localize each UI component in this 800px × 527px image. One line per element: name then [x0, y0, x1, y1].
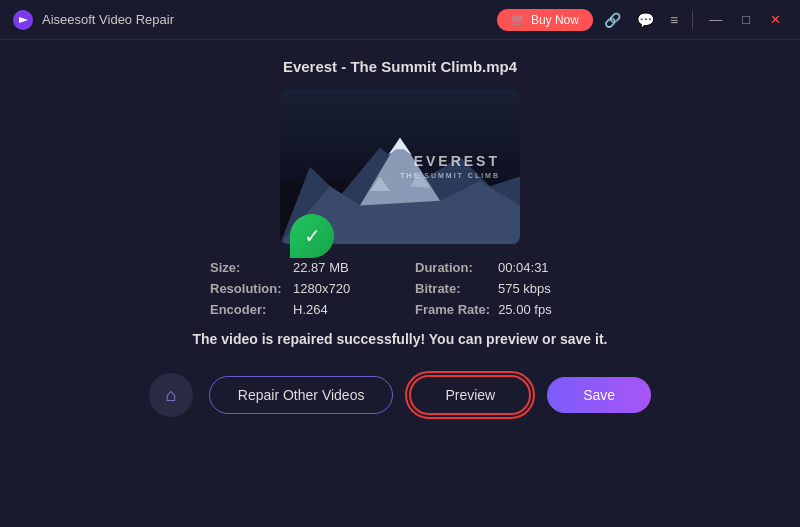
main-content: Everest - The Summit Climb.mp4 [0, 40, 800, 437]
thumbnail-wrapper: EVEREST THE SUMMIT CLIMB ✓ [280, 89, 520, 244]
buy-now-button[interactable]: 🛒 Buy Now [497, 9, 593, 31]
home-icon: ⌂ [165, 385, 176, 406]
success-badge: ✓ [290, 214, 334, 258]
maximize-button[interactable]: □ [735, 9, 757, 30]
home-button[interactable]: ⌂ [149, 373, 193, 417]
save-button[interactable]: Save [547, 377, 651, 413]
video-title: Everest - The Summit Climb.mp4 [283, 58, 517, 75]
info-framerate: Frame Rate: 25.00 fps [415, 302, 590, 317]
repair-other-videos-button[interactable]: Repair Other Videos [209, 376, 394, 414]
title-bar-left: Aiseesoft Video Repair [12, 9, 174, 31]
title-bar-right: 🛒 Buy Now 🔗 💬 ≡ — □ ✕ [497, 9, 788, 31]
info-bitrate: Bitrate: 575 kbps [415, 281, 590, 296]
cart-icon: 🛒 [511, 13, 526, 27]
menu-icon-button[interactable]: ≡ [665, 9, 683, 31]
app-logo [12, 9, 34, 31]
info-encoder: Encoder: H.264 [210, 302, 385, 317]
success-message: The video is repaired successfully! You … [193, 331, 608, 347]
info-size: Size: 22.87 MB [210, 260, 385, 275]
chat-icon-button[interactable]: 💬 [632, 9, 659, 31]
bottom-bar: ⌂ Repair Other Videos Preview Save [20, 363, 780, 427]
preview-button[interactable]: Preview [409, 375, 531, 415]
title-bar: Aiseesoft Video Repair 🛒 Buy Now 🔗 💬 ≡ —… [0, 0, 800, 40]
minimize-button[interactable]: — [702, 9, 729, 30]
thumbnail-text: EVEREST THE SUMMIT CLIMB [400, 152, 500, 181]
separator [692, 11, 693, 29]
link-icon-button[interactable]: 🔗 [599, 9, 626, 31]
app-name: Aiseesoft Video Repair [42, 12, 174, 27]
video-info: Size: 22.87 MB Duration: 00:04:31 Resolu… [210, 260, 590, 317]
close-button[interactable]: ✕ [763, 9, 788, 30]
info-duration: Duration: 00:04:31 [415, 260, 590, 275]
info-resolution: Resolution: 1280x720 [210, 281, 385, 296]
